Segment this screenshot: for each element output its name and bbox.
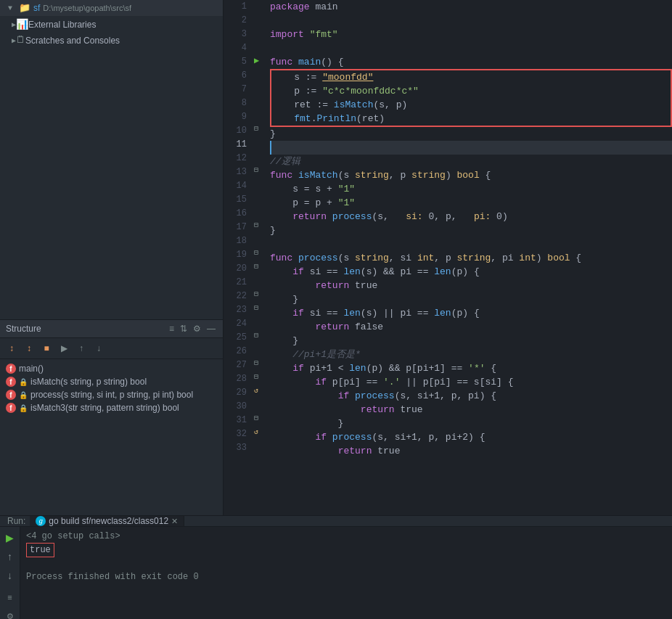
run-content: ▶ ↑ ↓ ≡ ⚙ <4 go setup calls> true Proces… <box>0 527 672 619</box>
ln-11: 11 <box>224 138 247 152</box>
structure-panel: Structure ≡ ⇅ ⚙ — ↕ ↕ ■ ▶ ↑ ↓ f main( <box>0 319 224 515</box>
code-view[interactable]: package main import "fmt" func main() { … <box>267 0 672 515</box>
code-line-22: } <box>270 292 672 306</box>
project-root[interactable]: ▼ 📁 sf D:\mysetup\gopath\src\sf <box>0 0 223 16</box>
structure-close[interactable]: — <box>205 323 217 335</box>
gutter-fold-23[interactable]: ⊟ <box>254 303 258 312</box>
struct-icon-4[interactable]: ▶ <box>57 341 71 356</box>
struct-item-ismatch[interactable]: f 🔒 isMatch(s string, p string) bool <box>0 375 223 388</box>
code-line-3: import "fmt" <box>270 28 672 41</box>
code-line-14: s = s + "1" <box>270 182 672 196</box>
line-numbers: 1 2 3 4 5 6 7 8 9 10 11 12 13 14 15 16 1… <box>224 0 253 515</box>
code-line-27: if pi+1 < len(p) && p[pi+1] == '*' { <box>270 361 672 375</box>
ln-7: 7 <box>224 83 247 97</box>
scratches-label: Scratches and Consoles <box>25 36 120 46</box>
run-setup-calls: <4 go setup calls> <box>26 530 120 543</box>
code-line-21: return true <box>270 279 672 292</box>
gutter-fold-22[interactable]: ⊟ <box>254 290 258 298</box>
ln-12: 12 <box>224 152 247 165</box>
ln-14: 14 <box>224 179 247 193</box>
gutter-reload-29[interactable]: ↺ <box>254 386 258 395</box>
structure-items: f main() f 🔒 isMatch(s string, p string)… <box>0 359 223 417</box>
folder-icon: 📁 <box>19 2 30 14</box>
gutter-run-arrow[interactable]: ▶ <box>254 55 259 66</box>
code-line-23: if si == len(s) || pi == len(p) { <box>270 306 672 320</box>
collapse-arrow: ▼ <box>4 2 16 14</box>
code-line-28: if p[pi] == '.' || p[pi] == s[si] { <box>270 375 672 389</box>
code-line-13: func isMatch(s string, p string) bool { <box>270 168 672 182</box>
run-tab-close[interactable]: ✕ <box>171 517 178 526</box>
gutter-fold-19[interactable]: ⊟ <box>254 248 258 257</box>
ln-31: 31 <box>224 414 247 427</box>
code-line-16: return process(s, si: 0, p, pi: 0) <box>270 210 672 224</box>
run-output-line-1: <4 go setup calls> <box>26 530 666 543</box>
gutter-fold-10[interactable]: ⊟ <box>254 124 258 133</box>
code-line-29: if process(s, si+1, p, pi) { <box>270 389 672 403</box>
gutter-fold-28[interactable]: ⊟ <box>254 372 258 381</box>
gutter-fold-17[interactable]: ⊟ <box>254 221 258 229</box>
struct-icon-1[interactable]: ↕ <box>4 341 19 356</box>
run-tab[interactable]: g go build sf/newclass2/class012 ✕ <box>30 516 184 526</box>
struct-item-main[interactable]: f main() <box>0 362 223 375</box>
structure-sort-alpha[interactable]: ≡ <box>168 323 176 335</box>
external-libraries-item[interactable]: ▶ 📊 External Libraries <box>0 16 223 33</box>
gutter-reload-32[interactable]: ↺ <box>254 427 258 436</box>
project-path: D:\mysetup\gopath\src\sf <box>43 4 131 12</box>
gutter-fold-31[interactable]: ⊟ <box>254 414 258 422</box>
go-icon: g <box>36 516 46 526</box>
ln-21: 21 <box>224 276 247 290</box>
error-badge-ismatch: f <box>6 377 16 387</box>
code-line-20: if si == len(s) && pi == len(p) { <box>270 265 672 279</box>
gutter-fold-25[interactable]: ⊟ <box>254 331 258 340</box>
run-wrap-btn[interactable]: ≡ <box>2 589 18 605</box>
ext-libraries-label: External Libraries <box>28 20 96 30</box>
code-line-6: s := "moonfdd" <box>271 70 671 84</box>
code-line-11 <box>270 141 672 155</box>
lock-icon-process: 🔒 <box>19 391 28 399</box>
run-settings-btn[interactable]: ⚙ <box>2 608 18 619</box>
ln-19: 19 <box>224 248 247 262</box>
lock-icon-ismatch3: 🔒 <box>19 404 28 412</box>
struct-item-ismatch3[interactable]: f 🔒 isMatch3(str string, pattern string)… <box>0 401 223 414</box>
code-line-12: //逻辑 <box>270 155 672 168</box>
code-line-1: package main <box>270 0 672 14</box>
gutter-fold-27[interactable]: ⊟ <box>254 358 258 367</box>
struct-icon-5[interactable]: ↑ <box>74 341 89 356</box>
run-down-btn[interactable]: ↓ <box>2 567 18 583</box>
run-panel: Run: g go build sf/newclass2/class012 ✕ … <box>0 515 672 619</box>
ln-28: 28 <box>224 372 247 386</box>
ln-18: 18 <box>224 234 247 248</box>
structure-icons-row: ↕ ↕ ■ ▶ ↑ ↓ <box>0 338 223 359</box>
project-name: sf <box>33 3 40 13</box>
scratches-item[interactable]: ▶ 🗒 Scratches and Consoles <box>0 33 223 48</box>
struct-icon-3[interactable]: ■ <box>39 341 54 356</box>
structure-settings[interactable]: ⚙ <box>192 323 202 335</box>
gutter-fold-13[interactable]: ⊟ <box>254 165 258 174</box>
struct-item-ismatch3-label: isMatch3(str string, pattern string) boo… <box>30 403 179 413</box>
code-line-2 <box>270 14 672 28</box>
ext-lib-icon: 📊 <box>16 18 28 30</box>
ln-13: 13 <box>224 165 247 179</box>
run-up-btn[interactable]: ↑ <box>2 549 18 565</box>
code-line-33: return true <box>270 444 672 458</box>
structure-sort-order[interactable]: ⇅ <box>179 323 189 335</box>
ln-30: 30 <box>224 400 247 414</box>
code-line-17: } <box>270 224 672 237</box>
ln-22: 22 <box>224 290 247 303</box>
error-badge-ismatch3: f <box>6 403 16 413</box>
ln-26: 26 <box>224 345 247 358</box>
ln-3: 3 <box>224 28 247 41</box>
struct-icon-2[interactable]: ↕ <box>22 341 36 356</box>
struct-item-process[interactable]: f 🔒 process(s string, si int, p string, … <box>0 388 223 401</box>
run-play-btn[interactable]: ▶ <box>2 530 18 546</box>
gutter-fold-20[interactable]: ⊟ <box>254 262 258 271</box>
ln-25: 25 <box>224 331 247 345</box>
run-toolbar: ▶ ↑ ↓ ≡ ⚙ <box>0 527 20 619</box>
struct-icon-6[interactable]: ↓ <box>91 341 106 356</box>
code-line-8: ret := isMatch(s, p) <box>271 98 671 112</box>
error-badge-process: f <box>6 390 16 400</box>
ln-9: 9 <box>224 110 247 124</box>
ln-17: 17 <box>224 221 247 234</box>
struct-item-main-label: main() <box>19 364 44 374</box>
code-line-5: func main() { <box>270 55 672 69</box>
